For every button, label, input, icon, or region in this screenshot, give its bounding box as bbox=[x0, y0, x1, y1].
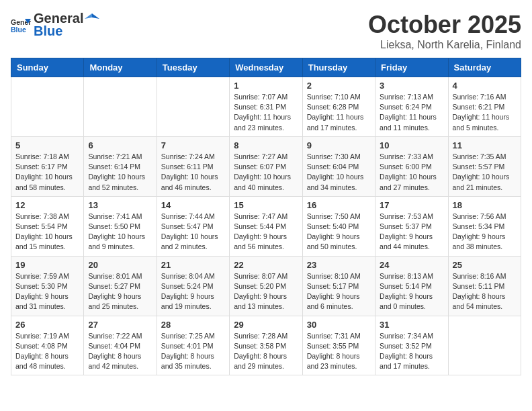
day-info: Sunrise: 7:25 AM Sunset: 4:01 PM Dayligh… bbox=[161, 331, 225, 372]
day-number: 15 bbox=[234, 200, 298, 210]
calendar-cell: 7Sunrise: 7:24 AM Sunset: 6:11 PM Daylig… bbox=[157, 136, 229, 196]
calendar-cell: 10Sunrise: 7:33 AM Sunset: 6:00 PM Dayli… bbox=[375, 136, 448, 196]
calendar-week-row: 19Sunrise: 7:59 AM Sunset: 5:30 PM Dayli… bbox=[11, 256, 521, 316]
day-number: 17 bbox=[380, 200, 443, 210]
calendar-cell: 15Sunrise: 7:47 AM Sunset: 5:44 PM Dayli… bbox=[230, 196, 302, 256]
calendar-cell: 1Sunrise: 7:07 AM Sunset: 6:31 PM Daylig… bbox=[230, 77, 302, 137]
calendar-cell: 3Sunrise: 7:13 AM Sunset: 6:24 PM Daylig… bbox=[375, 77, 448, 137]
day-info: Sunrise: 7:56 AM Sunset: 5:34 PM Dayligh… bbox=[453, 212, 517, 253]
day-info: Sunrise: 7:28 AM Sunset: 3:58 PM Dayligh… bbox=[234, 331, 298, 372]
svg-text:Blue: Blue bbox=[11, 26, 26, 34]
day-info: Sunrise: 7:21 AM Sunset: 6:14 PM Dayligh… bbox=[88, 152, 152, 193]
calendar-cell: 16Sunrise: 7:50 AM Sunset: 5:40 PM Dayli… bbox=[302, 196, 375, 256]
day-number: 30 bbox=[307, 320, 371, 330]
calendar-cell: 13Sunrise: 7:41 AM Sunset: 5:50 PM Dayli… bbox=[84, 196, 157, 256]
calendar-cell: 18Sunrise: 7:56 AM Sunset: 5:34 PM Dayli… bbox=[448, 196, 521, 256]
day-info: Sunrise: 7:33 AM Sunset: 6:00 PM Dayligh… bbox=[380, 152, 443, 193]
calendar-cell: 23Sunrise: 8:10 AM Sunset: 5:17 PM Dayli… bbox=[302, 256, 375, 316]
location-title: Lieksa, North Karelia, Finland bbox=[368, 39, 521, 51]
day-number: 25 bbox=[453, 260, 517, 270]
day-number: 27 bbox=[88, 320, 152, 330]
day-info: Sunrise: 8:04 AM Sunset: 5:24 PM Dayligh… bbox=[161, 271, 225, 312]
day-info: Sunrise: 7:41 AM Sunset: 5:50 PM Dayligh… bbox=[88, 212, 152, 253]
logo-bird-icon bbox=[85, 13, 99, 24]
day-number: 6 bbox=[88, 140, 152, 150]
calendar-cell: 26Sunrise: 7:19 AM Sunset: 4:08 PM Dayli… bbox=[11, 316, 84, 375]
day-number: 26 bbox=[15, 320, 79, 330]
weekday-header-sunday: Sunday bbox=[11, 58, 84, 77]
day-info: Sunrise: 8:16 AM Sunset: 5:11 PM Dayligh… bbox=[453, 271, 517, 312]
calendar-cell: 4Sunrise: 7:16 AM Sunset: 6:21 PM Daylig… bbox=[448, 77, 521, 137]
day-number: 16 bbox=[307, 200, 371, 210]
calendar-week-row: 5Sunrise: 7:18 AM Sunset: 6:17 PM Daylig… bbox=[11, 136, 521, 196]
day-number: 8 bbox=[234, 140, 298, 150]
calendar-week-row: 12Sunrise: 7:38 AM Sunset: 5:54 PM Dayli… bbox=[11, 196, 521, 256]
calendar-cell: 14Sunrise: 7:44 AM Sunset: 5:47 PM Dayli… bbox=[157, 196, 229, 256]
calendar-cell: 29Sunrise: 7:28 AM Sunset: 3:58 PM Dayli… bbox=[230, 316, 302, 375]
day-info: Sunrise: 7:30 AM Sunset: 6:04 PM Dayligh… bbox=[307, 152, 371, 193]
day-number: 12 bbox=[15, 200, 79, 210]
day-number: 11 bbox=[453, 140, 517, 150]
day-info: Sunrise: 7:19 AM Sunset: 4:08 PM Dayligh… bbox=[15, 331, 79, 372]
day-info: Sunrise: 7:16 AM Sunset: 6:21 PM Dayligh… bbox=[453, 92, 517, 133]
day-info: Sunrise: 7:13 AM Sunset: 6:24 PM Dayligh… bbox=[380, 92, 443, 133]
calendar-cell: 22Sunrise: 8:07 AM Sunset: 5:20 PM Dayli… bbox=[230, 256, 302, 316]
calendar-cell: 19Sunrise: 7:59 AM Sunset: 5:30 PM Dayli… bbox=[11, 256, 84, 316]
day-number: 1 bbox=[234, 81, 298, 91]
title-block: October 2025 Lieksa, North Karelia, Finl… bbox=[368, 11, 521, 51]
page-header: General Blue General Blue October 2025 L… bbox=[11, 11, 521, 51]
calendar-cell: 28Sunrise: 7:25 AM Sunset: 4:01 PM Dayli… bbox=[157, 316, 229, 375]
calendar-cell: 17Sunrise: 7:53 AM Sunset: 5:37 PM Dayli… bbox=[375, 196, 448, 256]
weekday-header-monday: Monday bbox=[84, 58, 157, 77]
calendar-cell: 21Sunrise: 8:04 AM Sunset: 5:24 PM Dayli… bbox=[157, 256, 229, 316]
day-number: 9 bbox=[307, 140, 371, 150]
calendar-week-row: 26Sunrise: 7:19 AM Sunset: 4:08 PM Dayli… bbox=[11, 316, 521, 375]
svg-marker-4 bbox=[85, 13, 92, 19]
day-info: Sunrise: 7:07 AM Sunset: 6:31 PM Dayligh… bbox=[234, 92, 298, 133]
day-info: Sunrise: 7:10 AM Sunset: 6:28 PM Dayligh… bbox=[307, 92, 371, 133]
day-number: 20 bbox=[88, 260, 152, 270]
day-info: Sunrise: 8:10 AM Sunset: 5:17 PM Dayligh… bbox=[307, 271, 371, 312]
day-info: Sunrise: 8:01 AM Sunset: 5:27 PM Dayligh… bbox=[88, 271, 152, 312]
day-number: 21 bbox=[161, 260, 225, 270]
day-info: Sunrise: 8:07 AM Sunset: 5:20 PM Dayligh… bbox=[234, 271, 298, 312]
weekday-header-row: SundayMondayTuesdayWednesdayThursdayFrid… bbox=[11, 58, 521, 77]
day-info: Sunrise: 7:24 AM Sunset: 6:11 PM Dayligh… bbox=[161, 152, 225, 193]
day-number: 23 bbox=[307, 260, 371, 270]
calendar-cell: 20Sunrise: 8:01 AM Sunset: 5:27 PM Dayli… bbox=[84, 256, 157, 316]
calendar-cell: 5Sunrise: 7:18 AM Sunset: 6:17 PM Daylig… bbox=[11, 136, 84, 196]
calendar-cell: 25Sunrise: 8:16 AM Sunset: 5:11 PM Dayli… bbox=[448, 256, 521, 316]
calendar-cell bbox=[448, 316, 521, 375]
day-number: 10 bbox=[380, 140, 443, 150]
logo-icon: General Blue bbox=[11, 17, 31, 33]
day-number: 29 bbox=[234, 320, 298, 330]
weekday-header-saturday: Saturday bbox=[448, 58, 521, 77]
calendar-cell: 24Sunrise: 8:13 AM Sunset: 5:14 PM Dayli… bbox=[375, 256, 448, 316]
calendar-week-row: 1Sunrise: 7:07 AM Sunset: 6:31 PM Daylig… bbox=[11, 77, 521, 137]
day-info: Sunrise: 7:31 AM Sunset: 3:55 PM Dayligh… bbox=[307, 331, 371, 372]
weekday-header-wednesday: Wednesday bbox=[230, 58, 302, 77]
weekday-header-friday: Friday bbox=[375, 58, 448, 77]
calendar-cell: 31Sunrise: 7:34 AM Sunset: 3:52 PM Dayli… bbox=[375, 316, 448, 375]
calendar-cell: 27Sunrise: 7:22 AM Sunset: 4:04 PM Dayli… bbox=[84, 316, 157, 375]
calendar-cell: 8Sunrise: 7:27 AM Sunset: 6:07 PM Daylig… bbox=[230, 136, 302, 196]
calendar-cell bbox=[84, 77, 157, 137]
calendar-table: SundayMondayTuesdayWednesdayThursdayFrid… bbox=[11, 58, 521, 375]
day-number: 31 bbox=[380, 320, 443, 330]
day-info: Sunrise: 7:22 AM Sunset: 4:04 PM Dayligh… bbox=[88, 331, 152, 372]
logo: General Blue General Blue bbox=[11, 11, 99, 39]
day-number: 5 bbox=[15, 140, 79, 150]
day-number: 2 bbox=[307, 81, 371, 91]
day-number: 7 bbox=[161, 140, 225, 150]
day-number: 28 bbox=[161, 320, 225, 330]
calendar-cell: 9Sunrise: 7:30 AM Sunset: 6:04 PM Daylig… bbox=[302, 136, 375, 196]
day-info: Sunrise: 7:47 AM Sunset: 5:44 PM Dayligh… bbox=[234, 212, 298, 253]
calendar-cell: 2Sunrise: 7:10 AM Sunset: 6:28 PM Daylig… bbox=[302, 77, 375, 137]
day-number: 22 bbox=[234, 260, 298, 270]
day-number: 13 bbox=[88, 200, 152, 210]
calendar-cell: 6Sunrise: 7:21 AM Sunset: 6:14 PM Daylig… bbox=[84, 136, 157, 196]
calendar-cell bbox=[157, 77, 229, 137]
svg-marker-3 bbox=[92, 13, 99, 19]
day-info: Sunrise: 7:59 AM Sunset: 5:30 PM Dayligh… bbox=[15, 271, 79, 312]
calendar-cell: 11Sunrise: 7:35 AM Sunset: 5:57 PM Dayli… bbox=[448, 136, 521, 196]
